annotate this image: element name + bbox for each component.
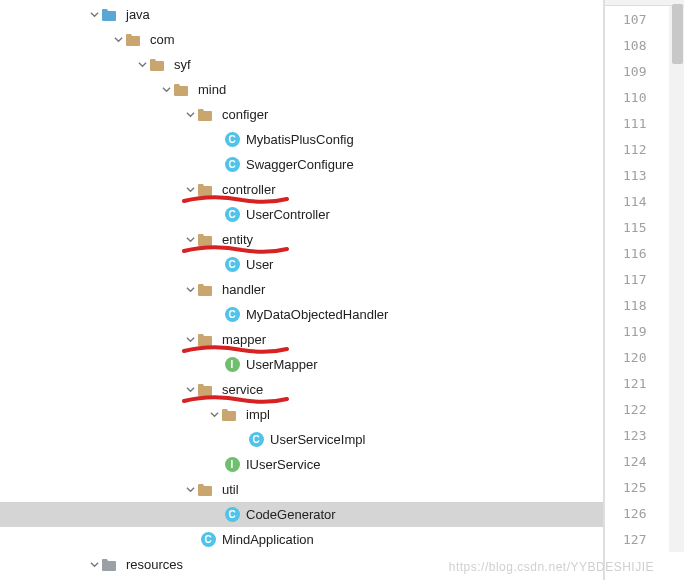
line-number: 118 [605,292,684,318]
folder-icon [173,82,189,98]
folder-icon [197,482,213,498]
chevron-down-icon[interactable] [184,334,196,346]
chevron-down-icon[interactable] [136,59,148,71]
folder-icon [149,57,165,73]
tree-node-label: util [222,482,239,497]
class-icon: C [225,507,240,522]
class-icon: C [201,532,216,547]
chevron-down-icon[interactable] [160,84,172,96]
tree-node-com[interactable]: com [0,27,603,52]
chevron-down-icon[interactable] [88,559,100,571]
tree-node-label: MindApplication [222,532,314,547]
line-number: 123 [605,422,684,448]
class-icon: C [249,432,264,447]
interface-icon: I [225,357,240,372]
chevron-down-icon[interactable] [112,34,124,46]
tree-node-usermapper[interactable]: IUserMapper [0,352,603,377]
tree-node-entity[interactable]: entity [0,227,603,252]
tree-node-mybatisplusconfig[interactable]: CMybatisPlusConfig [0,127,603,152]
line-number: 122 [605,396,684,422]
tree-node-label: MyDataObjectedHandler [246,307,388,322]
tree-node-label: CodeGenerator [246,507,336,522]
line-number: 110 [605,84,684,110]
folder-icon [125,32,141,48]
tree-node-syf[interactable]: syf [0,52,603,77]
chevron-down-icon[interactable] [184,184,196,196]
line-number: 114 [605,188,684,214]
tree-node-label: controller [222,182,275,197]
tree-node-controller[interactable]: controller [0,177,603,202]
tree-node-user[interactable]: CUser [0,252,603,277]
chevron-down-icon[interactable] [184,284,196,296]
editor-gutter: 1071081091101111121131141151161171181191… [604,0,684,580]
tree-node-impl[interactable]: impl [0,402,603,427]
folder-icon [197,232,213,248]
class-icon: C [225,207,240,222]
chevron-down-icon[interactable] [184,384,196,396]
chevron-down-icon[interactable] [184,484,196,496]
tree-node-label: IUserService [246,457,320,472]
tree-node-label: entity [222,232,253,247]
tree-node-label: resources [126,557,183,572]
tree-node-userserviceimpl[interactable]: CUserServiceImpl [0,427,603,452]
tree-node-mindapplication[interactable]: CMindApplication [0,527,603,552]
line-number: 124 [605,448,684,474]
folder-icon [197,182,213,198]
tree-node-label: impl [246,407,270,422]
tree-node-label: syf [174,57,191,72]
tree-node-util[interactable]: util [0,477,603,502]
line-number: 117 [605,266,684,292]
tree-node-label: UserMapper [246,357,318,372]
tree-node-label: SwaggerConfigure [246,157,354,172]
chevron-down-icon[interactable] [208,409,220,421]
folder-icon [197,382,213,398]
project-tree-panel[interactable]: javacomsyfmindconfigerCMybatisPlusConfig… [0,0,604,580]
interface-icon: I [225,457,240,472]
tree-node-codegenerator[interactable]: CCodeGenerator [0,502,603,527]
tree-node-label: java [126,7,150,22]
chevron-down-icon[interactable] [88,9,100,21]
line-number: 120 [605,344,684,370]
tree-node-service[interactable]: service [0,377,603,402]
tree-node-mapper[interactable]: mapper [0,327,603,352]
folder-icon [101,7,117,23]
tree-node-java[interactable]: java [0,2,603,27]
class-icon: C [225,157,240,172]
tree-node-configer[interactable]: configer [0,102,603,127]
folder-icon [101,557,117,573]
line-number: 112 [605,136,684,162]
line-number: 116 [605,240,684,266]
class-icon: C [225,307,240,322]
line-number: 121 [605,370,684,396]
class-icon: C [225,132,240,147]
tree-node-label: mapper [222,332,266,347]
tree-node-swaggerconfigure[interactable]: CSwaggerConfigure [0,152,603,177]
tree-node-mydataobjectedhandler[interactable]: CMyDataObjectedHandler [0,302,603,327]
tree-node-label: com [150,32,175,47]
chevron-down-icon[interactable] [184,109,196,121]
tree-node-label: MybatisPlusConfig [246,132,354,147]
class-icon: C [225,257,240,272]
tree-node-label: UserServiceImpl [270,432,365,447]
tree-node-label: configer [222,107,268,122]
tree-node-label: User [246,257,273,272]
line-number: 126 [605,500,684,526]
scrollbar-thumb[interactable] [672,4,683,64]
tree-node-resources[interactable]: resources [0,552,603,577]
folder-icon [197,282,213,298]
folder-icon [197,107,213,123]
tree-node-label: handler [222,282,265,297]
line-number: 125 [605,474,684,500]
tree-node-usercontroller[interactable]: CUserController [0,202,603,227]
chevron-down-icon[interactable] [184,234,196,246]
line-number: 127 [605,526,684,552]
tree-node-iuserservice[interactable]: IIUserService [0,452,603,477]
tree-node-mind[interactable]: mind [0,77,603,102]
tree-node-label: UserController [246,207,330,222]
tree-node-label: mind [198,82,226,97]
folder-icon [221,407,237,423]
line-number: 115 [605,214,684,240]
line-number: 111 [605,110,684,136]
tree-node-label: service [222,382,263,397]
tree-node-handler[interactable]: handler [0,277,603,302]
